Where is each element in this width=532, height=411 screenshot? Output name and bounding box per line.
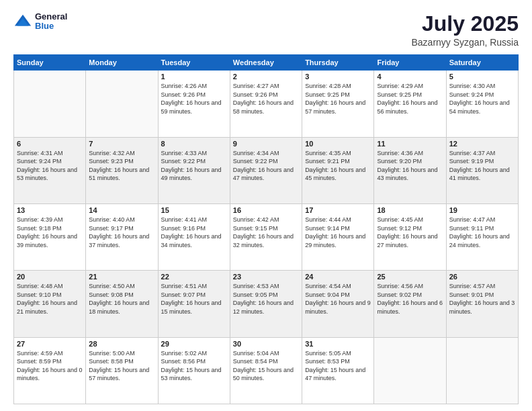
calendar-day-cell: 15Sunrise: 4:41 AMSunset: 9:16 PMDayligh… [158, 203, 230, 270]
day-info: Sunrise: 4:41 AMSunset: 9:16 PMDaylight:… [161, 216, 227, 249]
col-header-monday: Monday [86, 55, 158, 71]
logo-blue: Blue [35, 21, 67, 31]
calendar-day-cell: 14Sunrise: 4:40 AMSunset: 9:17 PMDayligh… [86, 203, 158, 270]
calendar-day-cell: 1Sunrise: 4:26 AMSunset: 9:26 PMDaylight… [158, 71, 230, 137]
calendar-week-row: 1Sunrise: 4:26 AMSunset: 9:26 PMDaylight… [14, 71, 519, 137]
day-number: 11 [377, 140, 443, 148]
day-info: Sunrise: 4:59 AMSunset: 8:59 PMDaylight:… [17, 349, 83, 383]
calendar-day-cell: 31Sunrise: 5:05 AMSunset: 8:53 PMDayligh… [302, 337, 374, 404]
calendar-day-cell: 20Sunrise: 4:48 AMSunset: 9:10 PMDayligh… [14, 271, 86, 337]
calendar-day-cell: 27Sunrise: 4:59 AMSunset: 8:59 PMDayligh… [14, 337, 86, 404]
month-year: July 2025 [411, 12, 519, 36]
calendar-table: SundayMondayTuesdayWednesdayThursdayFrid… [13, 54, 519, 404]
day-number: 30 [233, 340, 299, 348]
title-block: July 2025 Bazarnyy Syzgan, Russia [411, 12, 519, 48]
calendar-day-cell: 11Sunrise: 4:36 AMSunset: 9:20 PMDayligh… [374, 137, 446, 203]
day-info: Sunrise: 4:26 AMSunset: 9:26 PMDaylight:… [161, 82, 227, 116]
day-info: Sunrise: 4:40 AMSunset: 9:17 PMDaylight:… [89, 216, 154, 249]
day-number: 26 [449, 273, 515, 281]
day-number: 4 [377, 73, 443, 81]
day-info: Sunrise: 4:53 AMSunset: 9:05 PMDaylight:… [233, 282, 299, 316]
day-number: 1 [161, 73, 227, 81]
day-info: Sunrise: 5:02 AMSunset: 8:56 PMDaylight:… [161, 349, 227, 383]
day-info: Sunrise: 4:42 AMSunset: 9:15 PMDaylight:… [233, 216, 299, 249]
day-number: 15 [161, 206, 227, 214]
day-info: Sunrise: 4:32 AMSunset: 9:23 PMDaylight:… [89, 149, 154, 183]
calendar-day-cell: 28Sunrise: 5:00 AMSunset: 8:58 PMDayligh… [86, 337, 158, 404]
day-info: Sunrise: 4:30 AMSunset: 9:24 PMDaylight:… [449, 82, 515, 116]
day-info: Sunrise: 4:45 AMSunset: 9:12 PMDaylight:… [377, 216, 443, 249]
calendar-week-row: 20Sunrise: 4:48 AMSunset: 9:10 PMDayligh… [14, 271, 519, 337]
calendar-day-cell: 8Sunrise: 4:33 AMSunset: 9:22 PMDaylight… [158, 137, 230, 203]
day-info: Sunrise: 4:50 AMSunset: 9:08 PMDaylight:… [89, 282, 154, 316]
day-number: 20 [17, 273, 83, 281]
calendar-day-cell: 6Sunrise: 4:31 AMSunset: 9:24 PMDaylight… [14, 137, 86, 203]
day-info: Sunrise: 5:00 AMSunset: 8:58 PMDaylight:… [89, 349, 154, 383]
calendar-day-cell: 18Sunrise: 4:45 AMSunset: 9:12 PMDayligh… [374, 203, 446, 270]
logo-icon [13, 12, 32, 31]
calendar-day-cell: 29Sunrise: 5:02 AMSunset: 8:56 PMDayligh… [158, 337, 230, 404]
day-info: Sunrise: 4:39 AMSunset: 9:18 PMDaylight:… [17, 216, 83, 249]
day-info: Sunrise: 4:28 AMSunset: 9:25 PMDaylight:… [305, 82, 371, 116]
calendar-day-cell: 9Sunrise: 4:34 AMSunset: 9:22 PMDaylight… [230, 137, 302, 203]
calendar-day-cell: 3Sunrise: 4:28 AMSunset: 9:25 PMDaylight… [302, 71, 374, 137]
day-info: Sunrise: 4:36 AMSunset: 9:20 PMDaylight:… [377, 149, 443, 183]
day-number: 25 [377, 273, 443, 281]
day-info: Sunrise: 4:54 AMSunset: 9:04 PMDaylight:… [305, 282, 371, 316]
calendar-day-cell: 21Sunrise: 4:50 AMSunset: 9:08 PMDayligh… [86, 271, 158, 337]
day-number: 23 [233, 273, 299, 281]
day-number: 22 [161, 273, 227, 281]
day-info: Sunrise: 4:34 AMSunset: 9:22 PMDaylight:… [233, 149, 299, 183]
location: Bazarnyy Syzgan, Russia [411, 37, 519, 48]
day-info: Sunrise: 4:48 AMSunset: 9:10 PMDaylight:… [17, 282, 83, 316]
day-info: Sunrise: 5:05 AMSunset: 8:53 PMDaylight:… [305, 349, 371, 383]
col-header-tuesday: Tuesday [158, 55, 230, 71]
calendar-day-cell [446, 337, 518, 404]
day-info: Sunrise: 4:35 AMSunset: 9:21 PMDaylight:… [305, 149, 371, 183]
day-number: 18 [377, 206, 443, 214]
day-info: Sunrise: 4:57 AMSunset: 9:01 PMDaylight:… [449, 282, 515, 316]
day-number: 27 [17, 340, 83, 348]
day-number: 12 [449, 140, 515, 148]
calendar-day-cell [374, 337, 446, 404]
calendar-day-cell: 16Sunrise: 4:42 AMSunset: 9:15 PMDayligh… [230, 203, 302, 270]
calendar-day-cell: 30Sunrise: 5:04 AMSunset: 8:54 PMDayligh… [230, 337, 302, 404]
day-info: Sunrise: 4:29 AMSunset: 9:25 PMDaylight:… [377, 82, 443, 116]
calendar-day-cell: 22Sunrise: 4:51 AMSunset: 9:07 PMDayligh… [158, 271, 230, 337]
day-info: Sunrise: 4:37 AMSunset: 9:19 PMDaylight:… [449, 149, 515, 183]
day-number: 24 [305, 273, 371, 281]
logo-text: General Blue [35, 12, 67, 32]
day-number: 31 [305, 340, 371, 348]
calendar-day-cell: 12Sunrise: 4:37 AMSunset: 9:19 PMDayligh… [446, 137, 518, 203]
calendar-day-cell: 5Sunrise: 4:30 AMSunset: 9:24 PMDaylight… [446, 71, 518, 137]
day-number: 6 [17, 140, 83, 148]
day-number: 21 [89, 273, 154, 281]
col-header-thursday: Thursday [302, 55, 374, 71]
day-number: 9 [233, 140, 299, 148]
col-header-saturday: Saturday [446, 55, 518, 71]
calendar-day-cell: 17Sunrise: 4:44 AMSunset: 9:14 PMDayligh… [302, 203, 374, 270]
calendar-week-row: 13Sunrise: 4:39 AMSunset: 9:18 PMDayligh… [14, 203, 519, 270]
day-info: Sunrise: 4:44 AMSunset: 9:14 PMDaylight:… [305, 216, 371, 249]
page: General Blue July 2025 Bazarnyy Syzgan, … [0, 0, 532, 411]
day-number: 3 [305, 73, 371, 81]
day-info: Sunrise: 4:27 AMSunset: 9:26 PMDaylight:… [233, 82, 299, 116]
calendar-day-cell: 13Sunrise: 4:39 AMSunset: 9:18 PMDayligh… [14, 203, 86, 270]
day-number: 19 [449, 206, 515, 214]
calendar-day-cell: 26Sunrise: 4:57 AMSunset: 9:01 PMDayligh… [446, 271, 518, 337]
day-number: 17 [305, 206, 371, 214]
calendar-day-cell: 19Sunrise: 4:47 AMSunset: 9:11 PMDayligh… [446, 203, 518, 270]
day-info: Sunrise: 4:47 AMSunset: 9:11 PMDaylight:… [449, 216, 515, 249]
day-number: 7 [89, 140, 154, 148]
logo-general: General [35, 12, 67, 21]
calendar-day-cell: 10Sunrise: 4:35 AMSunset: 9:21 PMDayligh… [302, 137, 374, 203]
day-info: Sunrise: 4:31 AMSunset: 9:24 PMDaylight:… [17, 149, 83, 183]
day-number: 13 [17, 206, 83, 214]
col-header-sunday: Sunday [14, 55, 86, 71]
calendar-header-row: SundayMondayTuesdayWednesdayThursdayFrid… [14, 55, 519, 71]
day-number: 29 [161, 340, 227, 348]
calendar-day-cell: 4Sunrise: 4:29 AMSunset: 9:25 PMDaylight… [374, 71, 446, 137]
day-info: Sunrise: 4:33 AMSunset: 9:22 PMDaylight:… [161, 149, 227, 183]
calendar-week-row: 6Sunrise: 4:31 AMSunset: 9:24 PMDaylight… [14, 137, 519, 203]
header: General Blue July 2025 Bazarnyy Syzgan, … [13, 12, 519, 48]
